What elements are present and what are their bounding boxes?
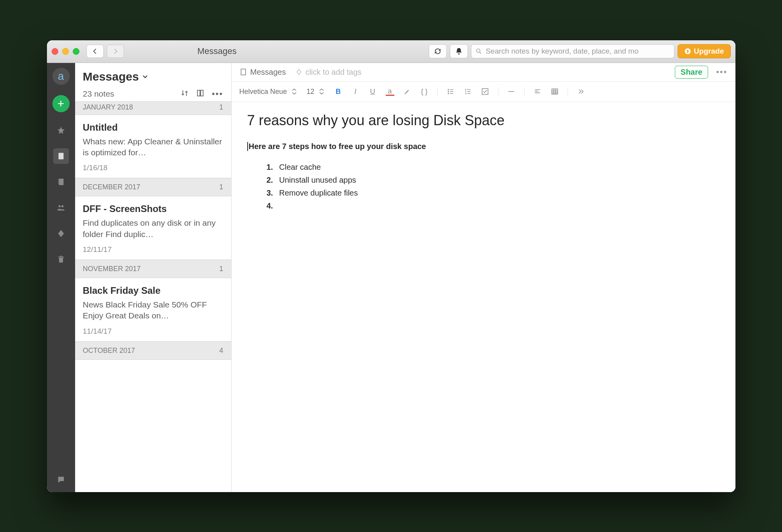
shared-button[interactable] [53, 200, 69, 216]
alignment-button[interactable] [533, 87, 542, 96]
align-icon [534, 88, 541, 95]
tag-icon [57, 229, 65, 238]
sort-button[interactable] [180, 89, 189, 99]
back-button[interactable] [86, 45, 104, 58]
note-count: 23 notes [83, 89, 115, 99]
titlebar: Messages Search notes by keyword, date, … [47, 40, 735, 63]
note-item[interactable]: Black Friday Sale News Black Friday Sale… [75, 278, 231, 341]
people-icon [57, 203, 65, 212]
svg-rect-9 [508, 91, 514, 92]
view-options-button[interactable] [196, 89, 205, 99]
note-title-field[interactable]: 7 reasons why you are losing Disk Space [247, 112, 720, 129]
svg-rect-4 [241, 69, 246, 75]
left-rail: a + [47, 63, 75, 492]
underline-button[interactable]: U [369, 87, 377, 96]
sync-button[interactable] [429, 44, 447, 58]
note-ordered-list[interactable]: Clear cache Uninstall unused apps Remove… [275, 163, 720, 210]
section-header: OCTOBER 2017 4 [75, 341, 231, 360]
bullet-list-button[interactable] [446, 87, 455, 96]
minimize-window-button[interactable] [62, 48, 69, 55]
svg-rect-10 [552, 89, 557, 94]
notebook-selector[interactable]: Messages [83, 70, 223, 83]
note-item[interactable]: Untitled Whats new: App Cleaner & Uninst… [75, 115, 231, 178]
note-item[interactable]: DFF - ScreenShots Find duplicates on any… [75, 196, 231, 260]
note-more-button[interactable]: ••• [716, 67, 727, 77]
numbered-list-icon [464, 88, 472, 95]
font-family-value: Helvetica Neue [239, 88, 287, 96]
svg-point-5 [448, 89, 449, 90]
tags-button[interactable] [53, 226, 69, 241]
more-format-button[interactable] [577, 87, 585, 96]
highlight-button[interactable] [403, 87, 412, 96]
work-chat-button[interactable] [53, 472, 69, 487]
shortcuts-button[interactable] [53, 122, 69, 138]
tags-placeholder: click to add tags [306, 68, 361, 77]
table-icon [551, 88, 559, 95]
section-label: DECEMBER 2017 [83, 183, 140, 191]
section-header: JANUARY 2018 1 [75, 101, 231, 115]
font-size-selector[interactable]: 12 [307, 88, 325, 96]
search-input[interactable]: Search notes by keyword, date, place, an… [471, 44, 674, 58]
note-subhead[interactable]: Here are 7 steps how to free up your dis… [247, 142, 720, 151]
upgrade-label: Upgrade [694, 47, 724, 56]
plus-icon: + [58, 97, 65, 110]
add-tags[interactable]: click to add tags [295, 68, 361, 77]
numbered-list-button[interactable] [464, 87, 472, 96]
svg-point-6 [448, 91, 449, 92]
trash-button[interactable] [53, 252, 69, 267]
list-more-button[interactable]: ••• [212, 89, 223, 99]
note-list-panel: Messages 23 notes ••• JANUARY 2018 1 [75, 63, 232, 492]
list-item[interactable]: Remove duplicate files [275, 189, 720, 198]
app-body: a + [47, 63, 735, 492]
text-color-button[interactable]: a [386, 87, 394, 96]
font-size-value: 12 [307, 88, 315, 96]
font-family-selector[interactable]: Helvetica Neue [239, 88, 298, 96]
view-icon [196, 89, 205, 97]
section-count: 1 [219, 103, 223, 111]
note-title: Untitled [83, 122, 223, 133]
notebooks-button[interactable] [53, 174, 69, 190]
upgrade-icon [684, 48, 691, 55]
checkbox-icon [481, 88, 489, 95]
note-title: DFF - ScreenShots [83, 203, 223, 214]
divider-button[interactable] [507, 87, 516, 96]
section-header: DECEMBER 2017 1 [75, 178, 231, 196]
note-date: 1/16/18 [83, 164, 223, 172]
section-header: NOVEMBER 2017 1 [75, 260, 231, 278]
note-icon [57, 152, 65, 160]
checklist-button[interactable] [481, 87, 489, 96]
close-window-button[interactable] [52, 48, 58, 55]
code-block-button[interactable]: { } [420, 87, 429, 96]
account-button[interactable]: a [52, 68, 70, 85]
list-item[interactable]: Clear cache [275, 163, 720, 172]
search-icon [475, 48, 482, 55]
editor-body[interactable]: 7 reasons why you are losing Disk Space … [232, 102, 735, 492]
share-button[interactable]: Share [675, 66, 708, 79]
format-toolbar: Helvetica Neue 12 B I U a { } [232, 82, 735, 102]
zoom-window-button[interactable] [73, 48, 79, 55]
section-count: 1 [219, 265, 223, 273]
app-logo-icon: a [58, 70, 64, 83]
list-item[interactable] [275, 201, 720, 210]
notebook-title: Messages [83, 70, 139, 83]
new-note-button[interactable]: + [52, 95, 70, 112]
notebook-chip[interactable]: Messages [239, 68, 286, 77]
italic-button[interactable]: I [351, 87, 360, 96]
note-date: 11/14/17 [83, 327, 223, 336]
notifications-button[interactable] [450, 44, 468, 58]
window-controls [52, 48, 79, 55]
app-window: Messages Search notes by keyword, date, … [47, 40, 735, 492]
chevrons-right-icon [577, 88, 585, 95]
forward-button[interactable] [107, 45, 124, 58]
list-item[interactable]: Uninstall unused apps [275, 176, 720, 185]
section-count: 4 [219, 347, 223, 355]
upgrade-button[interactable]: Upgrade [678, 44, 730, 58]
note-list-scroll[interactable]: JANUARY 2018 1 Untitled Whats new: App C… [75, 101, 231, 492]
stepper-icon [290, 88, 298, 95]
highlighter-icon [403, 88, 411, 95]
notes-button[interactable] [53, 148, 69, 164]
table-button[interactable] [550, 87, 559, 96]
note-snippet: Find duplicates on any disk or in any fo… [83, 217, 223, 240]
sort-icon [180, 89, 189, 97]
bold-button[interactable]: B [334, 87, 343, 96]
